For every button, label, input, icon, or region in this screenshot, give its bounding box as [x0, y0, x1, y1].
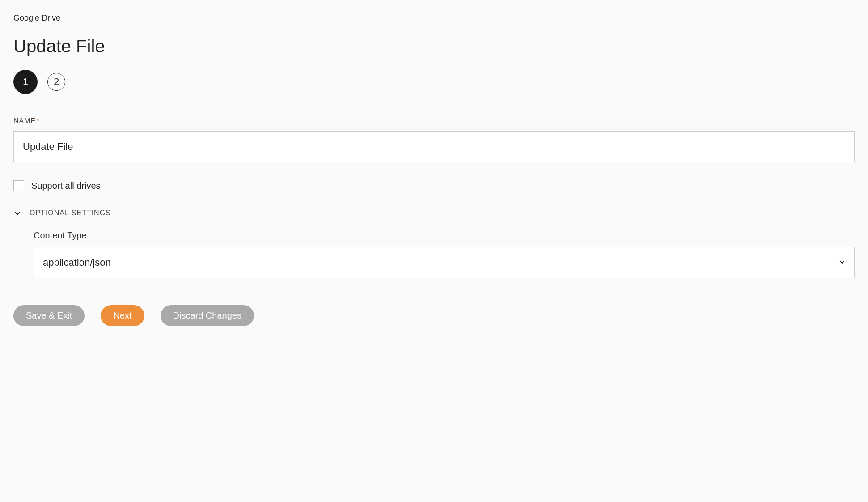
content-type-select[interactable]: application/json: [34, 247, 855, 278]
name-input[interactable]: [13, 131, 855, 162]
name-label: NAME*: [13, 116, 855, 126]
name-label-text: NAME: [13, 117, 36, 125]
support-all-drives-row: Support all drives: [13, 180, 855, 191]
next-button[interactable]: Next: [101, 305, 144, 326]
support-all-drives-label: Support all drives: [31, 181, 101, 191]
chevron-down-icon: [13, 209, 21, 217]
support-all-drives-checkbox[interactable]: [13, 180, 24, 191]
discard-changes-button[interactable]: Discard Changes: [161, 305, 254, 326]
step-connector: [38, 82, 47, 82]
page-title: Update File: [13, 36, 855, 56]
content-type-select-wrapper: application/json: [34, 247, 855, 278]
save-exit-button[interactable]: Save & Exit: [13, 305, 85, 326]
optional-settings-label: OPTIONAL SETTINGS: [30, 209, 111, 217]
required-star-icon: *: [36, 116, 40, 125]
content-type-label: Content Type: [34, 230, 855, 241]
step-1[interactable]: 1: [13, 70, 38, 94]
button-row: Save & Exit Next Discard Changes: [13, 305, 855, 326]
breadcrumb-link[interactable]: Google Drive: [13, 13, 60, 23]
step-2[interactable]: 2: [47, 73, 65, 91]
content-type-value: application/json: [43, 257, 111, 268]
stepper: 1 2: [13, 70, 855, 94]
optional-settings-section: Content Type application/json: [13, 230, 855, 278]
name-form-group: NAME*: [13, 116, 855, 162]
optional-settings-toggle[interactable]: OPTIONAL SETTINGS: [13, 209, 855, 217]
